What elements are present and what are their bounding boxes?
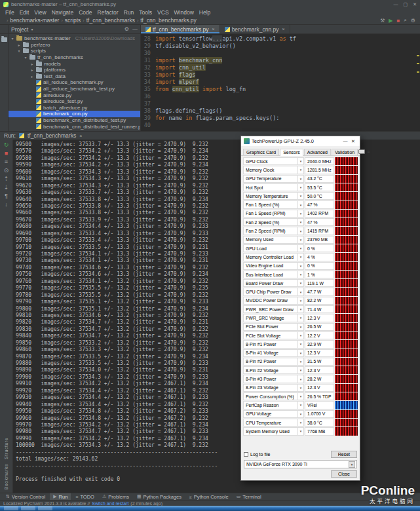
breadcrumb[interactable]: › benchmarks-master [5,17,59,24]
maximize-icon[interactable]: ▢ [404,2,408,7]
tree-item[interactable]: all_reduce_benchmark_test.py [9,86,140,92]
tree-item[interactable]: batch_allreduce.py [9,105,140,111]
tree-chevron-icon[interactable]: ▾ [17,48,21,53]
gpuz-minimize-icon[interactable]: — [341,139,349,144]
menu-item[interactable]: View [31,9,48,16]
log-to-file-checkbox[interactable] [244,452,248,457]
run-toolbar-icon[interactable]: ≡ [5,159,8,165]
sensor-dropdown-icon[interactable]: ▾ [298,375,304,383]
sensor-dropdown-icon[interactable]: ▾ [298,340,304,348]
run-tab-close-icon[interactable]: × [79,134,82,138]
editor-tab[interactable]: benchmark_cnn.py × [220,25,290,33]
settings-icon[interactable]: ⚙ [124,26,129,32]
toolbar-icon[interactable]: ⚙ [411,18,415,24]
tree-item[interactable]: ▸ platforms [9,67,140,73]
sensor-dropdown-icon[interactable]: ▾ [298,157,304,165]
code-editor[interactable]: 28 import tensorflow...api.v2.compat.v1 … [141,34,420,131]
run-toolbar-icon[interactable]: ⇡ [4,176,9,182]
menu-item[interactable]: Navigate [49,9,77,16]
sensor-dropdown-icon[interactable]: ▾ [298,331,304,339]
project-tool-icon[interactable] [1,37,7,42]
gpu-select[interactable]: NVIDIA GeForce RTX 3090 Ti ▾ [244,460,357,468]
sensor-dropdown-icon[interactable]: ▾ [298,297,304,305]
sensor-dropdown-icon[interactable]: ▾ [298,323,304,331]
menu-item[interactable]: Tools [136,9,155,16]
tree-item[interactable]: allreduce.py [9,92,140,98]
tree-chevron-icon[interactable]: ▸ [30,67,34,72]
run-toolbar-icon[interactable]: ■ [5,150,8,157]
sensor-dropdown-icon[interactable]: ▾ [298,314,304,322]
tree-item[interactable]: ▾ scripts [9,48,140,54]
tool-window-button[interactable]: ⇅ Version Control [3,493,48,500]
tree-chevron-icon[interactable]: ▸ [30,62,34,66]
tool-window-button[interactable]: ▦ Python Packages [134,493,185,500]
sensor-dropdown-icon[interactable]: ▾ [298,410,304,418]
run-toolbar-icon[interactable]: ↻ [4,142,9,148]
sensor-dropdown-icon[interactable]: ▾ [298,419,304,426]
editor-tab[interactable]: tf_cnn_benchmarks.py × [141,25,220,33]
menu-item[interactable]: Run [121,9,137,16]
gpuz-tab[interactable]: Sensors [280,149,303,156]
editor-error-stripe[interactable] [415,34,420,131]
sensor-dropdown-icon[interactable]: ▾ [298,236,304,244]
breadcrumb[interactable]: › scripts [59,17,81,24]
sensor-dropdown-icon[interactable]: ▾ [298,253,304,261]
gpuz-tab[interactable]: Validation [332,149,358,155]
menu-item[interactable]: Window [172,9,197,16]
run-toolbar-icon[interactable]: ¶ [5,193,8,199]
reset-button[interactable]: Reset [331,451,357,458]
run-toolbar-icon[interactable]: ⇣ [4,184,9,191]
tab-close-icon[interactable]: × [282,27,284,31]
sensor-dropdown-icon[interactable]: ▾ [298,358,304,366]
tree-item[interactable]: ▾ benchmarks-master C:\Users\12006\Downl… [9,35,140,42]
tree-item[interactable]: ▸ test_data [9,73,140,80]
gpuz-tab[interactable]: Advanced [304,149,331,155]
close-icon[interactable]: ✕ [413,2,417,7]
taskbar-item[interactable] [21,506,35,510]
taskbar-item[interactable] [38,506,52,510]
tree-item[interactable]: benchmark_cnn.py [9,111,140,117]
tool-stripe-label[interactable]: Structure [4,438,9,459]
run-configuration-name[interactable]: tf_cnn_benchmarks [28,132,76,139]
sensor-dropdown-icon[interactable]: ▾ [298,262,304,270]
tree-chevron-icon[interactable]: ▸ [17,43,21,47]
tree-item[interactable]: ▸ models [9,60,140,67]
sensor-dropdown-icon[interactable]: ▾ [298,427,304,435]
sensor-dropdown-icon[interactable]: ▾ [298,183,304,191]
menu-item[interactable]: Edit [17,9,32,16]
sensor-dropdown-icon[interactable]: ▾ [298,305,304,313]
sensor-dropdown-icon[interactable]: ▾ [298,288,304,295]
tree-item[interactable]: benchmark_cnn_distributed_test_runner.py [9,123,140,130]
windows-taskbar[interactable] [0,506,420,511]
run-toolbar-icon[interactable]: ↓ [5,201,8,208]
tab-close-icon[interactable]: × [212,27,215,31]
gpuz-close-icon[interactable]: ✕ [349,139,357,144]
breadcrumb[interactable]: › tf_cnn_benchmarks [81,17,135,24]
sensor-dropdown-icon[interactable]: ▾ [298,175,304,183]
sensor-dropdown-icon[interactable]: ▾ [298,279,304,287]
sensor-dropdown-icon[interactable]: ▾ [298,401,304,409]
gpu-select-arrow-icon[interactable]: ▾ [349,461,355,468]
tree-item[interactable]: benchmark_cnn_distributed_test.py [9,117,140,124]
screenshot-camera-icon[interactable] [358,149,365,154]
sensor-dropdown-icon[interactable]: ▾ [298,210,304,218]
tree-item[interactable]: ▸ perfzero [9,42,140,48]
menu-item[interactable]: VCS [155,9,171,16]
sensor-dropdown-icon[interactable]: ▾ [298,200,304,208]
sensor-dropdown-icon[interactable]: ▾ [298,349,304,357]
gpuz-menu-icon[interactable]: ≡ [367,149,370,154]
gpuz-window[interactable]: TechPowerUp GPU-Z 2.45.0 — ✕ Graphics Ca… [240,136,360,481]
collapse-icon[interactable]: — [132,26,138,32]
project-panel-header[interactable]: Project ▾ ⚙ — [9,25,141,33]
switch-and-restart-link[interactable]: Switch and restart [92,501,128,506]
tree-item[interactable]: ▾ tf_cnn_benchmarks [9,54,140,61]
sensor-dropdown-icon[interactable]: ▾ [298,366,304,374]
sensor-dropdown-icon[interactable]: ▾ [298,192,304,200]
tool-window-button[interactable]: ▶ Run [50,493,71,500]
toolbar-icon[interactable]: ■ [397,18,400,24]
breadcrumb[interactable]: › tf_cnn_benchmarks.py [135,17,197,24]
sensor-dropdown-icon[interactable]: ▾ [298,227,304,235]
sensor-dropdown-icon[interactable]: ▾ [298,392,304,400]
toolbar-icon[interactable]: ▶ [389,18,392,24]
tree-chevron-icon[interactable]: ▾ [10,36,14,41]
